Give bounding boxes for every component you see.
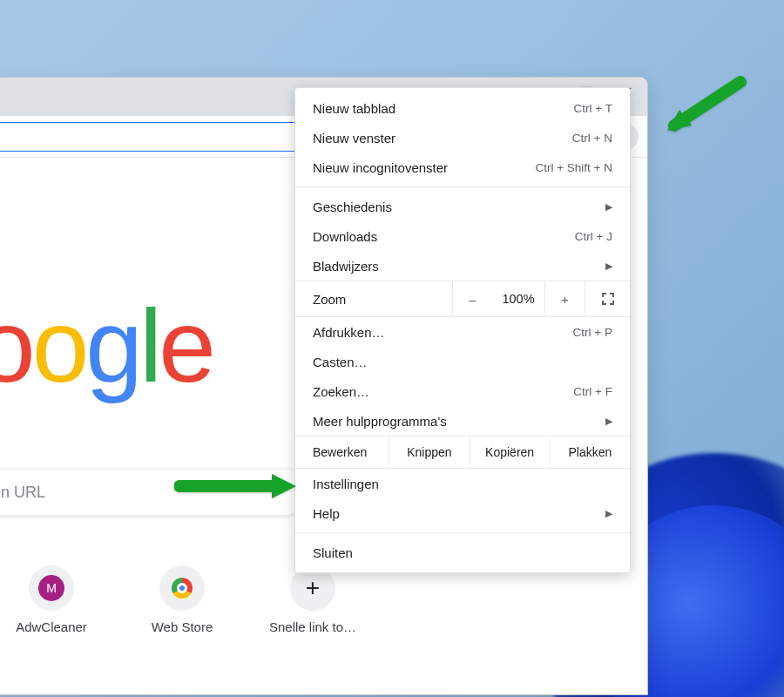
shortcut-icon [159,565,205,611]
menu-history[interactable]: Geschiedenis ▶ [295,192,630,221]
chrome-main-menu: Nieuw tabblad Ctrl + T Nieuw venster Ctr… [294,87,631,573]
submenu-arrow-icon: ▶ [605,201,612,213]
fullscreen-button[interactable] [585,281,630,316]
menu-separator [295,186,630,187]
menu-help[interactable]: Help ▶ [295,498,630,528]
search-placeholder: en URL [0,484,45,502]
zoom-value: 100% [492,292,544,306]
menu-settings[interactable]: Instellingen [295,469,630,498]
favicon-letter: M [38,575,64,601]
menu-zoom-row: Zoom – 100% + [295,281,630,317]
submenu-arrow-icon: ▶ [605,508,612,519]
ntp-shortcuts: M AdwCleaner Web Store + Snelle link to… [1,565,363,634]
menu-downloads[interactable]: Downloads Ctrl + J [295,221,630,251]
menu-find[interactable]: Zoeken… Ctrl + F [295,376,630,406]
menu-exit[interactable]: Sluiten [295,538,630,567]
menu-cut[interactable]: Knippen [389,436,469,468]
menu-print[interactable]: Afdrukken… Ctrl + P [295,317,630,347]
menu-copy[interactable]: Kopiëren [470,436,550,468]
submenu-arrow-icon: ▶ [605,261,612,272]
menu-new-tab[interactable]: Nieuw tabblad Ctrl + T [295,93,630,123]
menu-paste[interactable]: Plakken [550,436,630,468]
zoom-label: Zoom [295,283,452,315]
menu-new-incognito[interactable]: Nieuw incognitovenster Ctrl + Shift + N [295,152,630,182]
menu-separator [295,532,630,533]
menu-new-window[interactable]: Nieuw venster Ctrl + N [295,123,630,152]
shortcut-label: Web Store [152,619,213,634]
annotation-arrow-settings [174,469,305,507]
zoom-out-button[interactable]: – [452,281,492,316]
menu-edit-label: Bewerken [295,436,389,468]
menu-bookmarks[interactable]: Bladwijzers ▶ [295,251,630,281]
menu-edit-row: Bewerken Knippen Kopiëren Plakken [295,436,630,469]
annotation-arrow-menu-button [662,75,749,148]
shortcut-adwcleaner[interactable]: M AdwCleaner [1,565,102,634]
plus-icon: + [306,574,320,602]
menu-more-tools[interactable]: Meer hulpprogramma's ▶ [295,406,630,436]
chrome-icon [172,578,193,599]
zoom-in-button[interactable]: + [544,281,585,316]
shortcut-icon: M [29,565,74,611]
shortcut-label: Snelle link to… [269,619,356,634]
shortcut-add[interactable]: + Snelle link to… [262,565,363,634]
submenu-arrow-icon: ▶ [605,416,612,427]
shortcut-label: AdwCleaner [16,619,87,634]
google-logo: oogle [0,287,213,405]
shortcut-webstore[interactable]: Web Store [132,565,233,634]
menu-cast[interactable]: Casten… [295,347,630,376]
